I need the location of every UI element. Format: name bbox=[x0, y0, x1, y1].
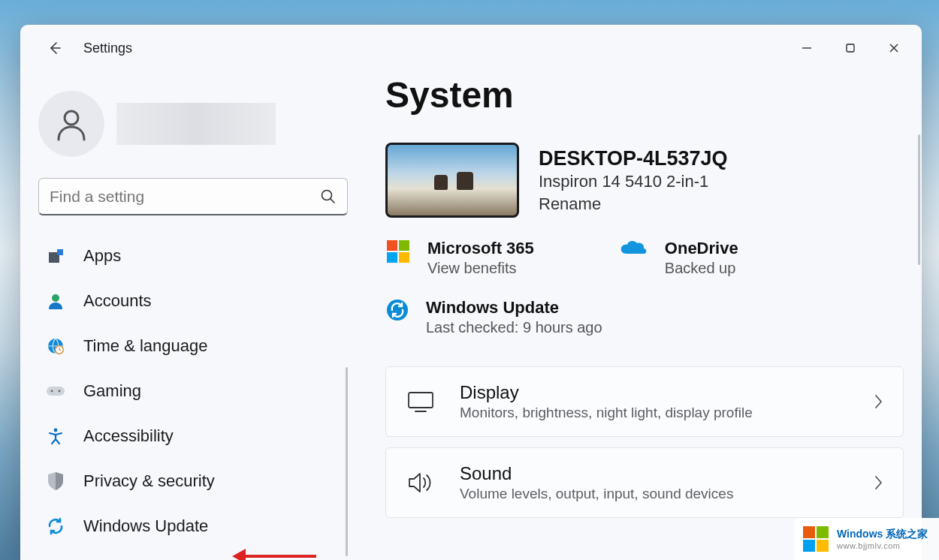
svg-point-5 bbox=[65, 111, 78, 125]
desktop-background: Settings bbox=[0, 0, 939, 560]
svg-point-17 bbox=[54, 429, 58, 432]
sidebar: Apps Accounts Time & language bbox=[20, 71, 366, 560]
sidebar-item-accessibility[interactable]: Accessibility bbox=[38, 420, 348, 453]
card-sub: Volume levels, output, input, sound devi… bbox=[460, 486, 849, 502]
card-sound[interactable]: Sound Volume levels, output, input, soun… bbox=[385, 447, 904, 518]
sidebar-item-gaming[interactable]: Gaming bbox=[38, 375, 348, 408]
status-microsoft365[interactable]: Microsoft 365 View benefits bbox=[385, 239, 534, 277]
update-circle-icon bbox=[385, 298, 409, 322]
svg-point-15 bbox=[51, 390, 53, 393]
status-sub: Backed up bbox=[665, 260, 738, 277]
svg-rect-19 bbox=[399, 240, 409, 251]
svg-rect-20 bbox=[387, 252, 397, 263]
chevron-right-icon bbox=[873, 393, 883, 410]
svg-point-16 bbox=[59, 390, 61, 393]
main-scrollbar[interactable] bbox=[918, 134, 920, 265]
sidebar-item-label: Privacy & security bbox=[83, 471, 215, 491]
sidebar-item-label: Time & language bbox=[83, 336, 208, 356]
device-block: DESKTOP-4L537JQ Inspiron 14 5410 2-in-1 … bbox=[385, 143, 904, 218]
back-arrow-icon bbox=[47, 41, 62, 56]
svg-rect-2 bbox=[847, 44, 854, 52]
search-box[interactable] bbox=[38, 178, 348, 215]
card-title: Display bbox=[460, 382, 849, 403]
sidebar-item-label: Windows Update bbox=[83, 516, 208, 536]
svg-point-10 bbox=[52, 294, 59, 302]
close-icon bbox=[889, 43, 899, 53]
device-model: Inspiron 14 5410 2-in-1 bbox=[539, 172, 728, 191]
sidebar-item-accounts[interactable]: Accounts bbox=[38, 285, 348, 318]
window-title: Settings bbox=[83, 41, 132, 56]
watermark-text1: Windows bbox=[837, 528, 883, 540]
sidebar-item-apps[interactable]: Apps bbox=[38, 239, 348, 272]
svg-rect-9 bbox=[57, 249, 63, 255]
titlebar: Settings bbox=[20, 25, 922, 71]
gamepad-icon bbox=[46, 381, 65, 401]
onedrive-icon bbox=[620, 239, 648, 258]
minimize-icon bbox=[802, 43, 812, 53]
sidebar-item-label: Apps bbox=[83, 246, 121, 266]
svg-rect-18 bbox=[387, 240, 397, 251]
status-title: Microsoft 365 bbox=[427, 239, 534, 258]
maximize-icon bbox=[845, 43, 856, 53]
sidebar-scrollbar[interactable] bbox=[346, 367, 348, 556]
nav-list: Apps Accounts Time & language bbox=[38, 239, 348, 543]
username-placeholder bbox=[116, 103, 276, 145]
microsoft-logo-icon bbox=[385, 239, 411, 264]
card-sub: Monitors, brightness, night light, displ… bbox=[460, 405, 849, 421]
page-title: System bbox=[385, 74, 904, 116]
status-sub: View benefits bbox=[427, 260, 534, 277]
sidebar-item-time-language[interactable]: Time & language bbox=[38, 330, 348, 363]
window-controls bbox=[785, 33, 916, 63]
sidebar-item-privacy-security[interactable]: Privacy & security bbox=[38, 465, 348, 498]
back-button[interactable] bbox=[40, 33, 70, 63]
sidebar-item-label: Accessibility bbox=[83, 426, 174, 446]
status-sub: Last checked: 9 hours ago bbox=[426, 319, 602, 336]
search-input[interactable] bbox=[50, 188, 320, 206]
search-icon bbox=[320, 188, 337, 205]
accounts-icon bbox=[46, 291, 65, 311]
maximize-button[interactable] bbox=[829, 33, 872, 63]
person-icon bbox=[53, 106, 89, 142]
main-content: System DESKTOP-4L537JQ Inspiron 14 5410 … bbox=[366, 71, 922, 560]
device-info: DESKTOP-4L537JQ Inspiron 14 5410 2-in-1 … bbox=[539, 147, 728, 214]
settings-window: Settings bbox=[20, 25, 922, 560]
accessibility-icon bbox=[46, 426, 65, 446]
svg-line-7 bbox=[331, 199, 334, 203]
apps-icon bbox=[46, 246, 65, 266]
chevron-right-icon bbox=[873, 474, 883, 491]
shield-icon bbox=[46, 471, 65, 491]
globe-clock-icon bbox=[46, 336, 65, 356]
watermark-text2: 系统之家 bbox=[886, 528, 928, 540]
profile-block[interactable] bbox=[38, 91, 348, 157]
status-title: Windows Update bbox=[426, 298, 602, 318]
update-arrows-icon bbox=[46, 516, 65, 536]
minimize-button[interactable] bbox=[785, 33, 829, 63]
device-name: DESKTOP-4L537JQ bbox=[539, 147, 728, 170]
sidebar-item-label: Gaming bbox=[83, 381, 141, 401]
status-title: OneDrive bbox=[665, 239, 738, 258]
svg-rect-21 bbox=[399, 252, 409, 263]
close-button[interactable] bbox=[872, 33, 916, 63]
sidebar-item-label: Accounts bbox=[83, 291, 152, 311]
monitor-icon bbox=[406, 387, 436, 417]
annotation-arrow bbox=[232, 549, 316, 560]
card-title: Sound bbox=[460, 463, 849, 484]
card-display[interactable]: Display Monitors, brightness, night ligh… bbox=[385, 366, 904, 437]
watermark: Windows 系统之家 www.bjjmlv.com bbox=[795, 518, 939, 560]
status-onedrive[interactable]: OneDrive Backed up bbox=[620, 239, 738, 277]
rename-link[interactable]: Rename bbox=[539, 194, 728, 214]
desktop-thumbnail[interactable] bbox=[385, 143, 519, 218]
watermark-logo-icon bbox=[801, 524, 831, 554]
svg-rect-23 bbox=[409, 393, 433, 408]
watermark-url: www.bjjmlv.com bbox=[837, 541, 928, 550]
speaker-icon bbox=[406, 468, 436, 498]
sidebar-item-windows-update[interactable]: Windows Update bbox=[38, 510, 348, 543]
status-windows-update[interactable]: Windows Update Last checked: 9 hours ago bbox=[385, 298, 904, 336]
avatar bbox=[38, 91, 104, 157]
svg-rect-14 bbox=[47, 387, 65, 396]
